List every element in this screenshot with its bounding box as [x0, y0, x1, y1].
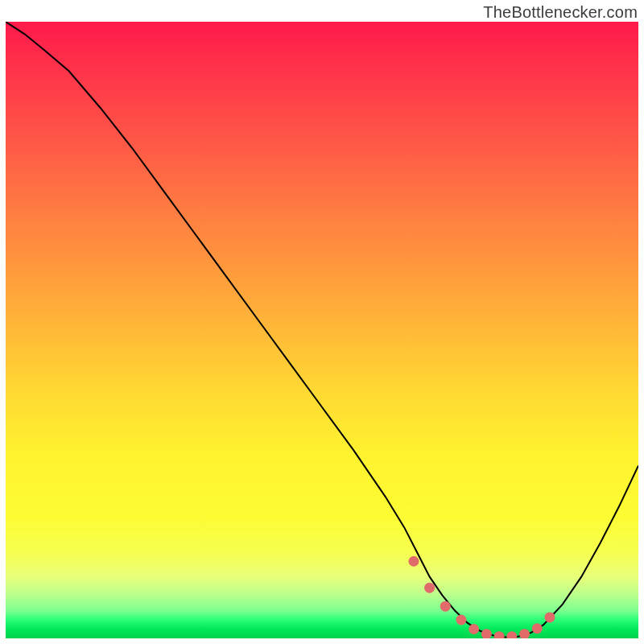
marker-dot	[424, 583, 435, 593]
plot-area	[6, 22, 638, 638]
marker-dot	[408, 556, 419, 567]
watermark-text: TheBottlenecker.com	[483, 3, 638, 22]
chart-container: TheBottlenecker.com	[0, 0, 644, 644]
bottleneck-curve-path	[6, 22, 638, 637]
marker-dot	[469, 624, 479, 634]
marker-dot	[506, 631, 517, 638]
marker-dot	[440, 601, 451, 612]
marker-dot	[532, 623, 543, 634]
chart-overlay-svg	[6, 22, 638, 638]
marker-dot	[456, 615, 466, 625]
marker-dot	[494, 631, 505, 638]
flat-region-markers	[408, 556, 555, 638]
marker-dot	[481, 629, 492, 638]
marker-dot	[519, 629, 530, 638]
marker-dot	[544, 612, 555, 622]
